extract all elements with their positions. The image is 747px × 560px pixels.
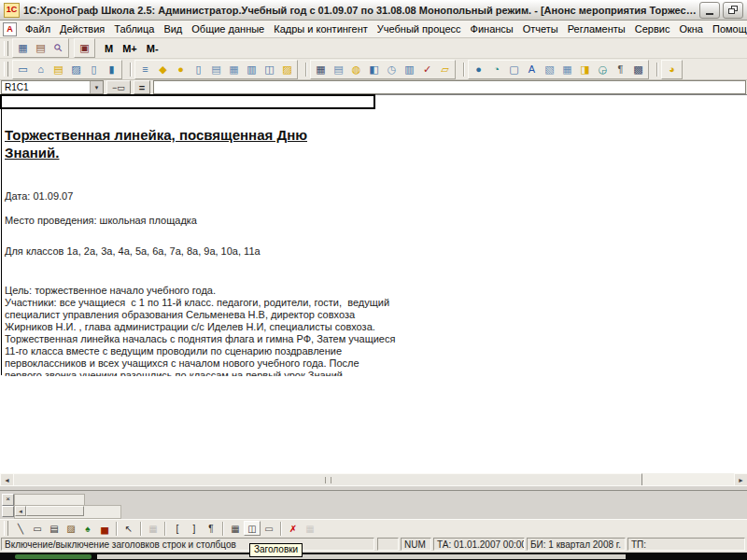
clipboard-icon[interactable]: ▤ <box>207 62 225 77</box>
freeze-icon[interactable]: ▦ <box>302 521 318 536</box>
close-icon: × <box>6 495 10 503</box>
memory-plus-button[interactable]: M+ <box>118 42 142 55</box>
close-pane-button[interactable]: × <box>2 494 14 506</box>
doc-check-icon[interactable]: ✓ <box>418 62 436 77</box>
object-tool-icon[interactable]: ♠ <box>79 521 96 536</box>
calendar-icon[interactable]: ▦ <box>225 62 243 77</box>
memory-minus-button[interactable]: M- <box>142 42 163 55</box>
menu-item[interactable]: Вид <box>159 21 187 36</box>
calculator-icon[interactable]: ▦ <box>14 40 32 56</box>
menu-item[interactable]: Кадры и контингент <box>269 21 373 36</box>
person-icon[interactable]: ● <box>172 62 190 77</box>
menu-item[interactable]: Окна <box>674 21 708 36</box>
menu-item[interactable]: Финансы <box>466 21 518 36</box>
home-icon[interactable]: ⌂ <box>32 62 49 77</box>
pin-button[interactable]: −▭ <box>106 80 131 94</box>
door-icon[interactable]: ▯ <box>85 62 103 77</box>
minimize-button[interactable] <box>699 2 720 19</box>
menu-item[interactable]: Помощь <box>708 21 747 36</box>
table-doc-icon[interactable]: ▦ <box>558 62 576 77</box>
folder-icon[interactable]: ▱ <box>436 62 454 77</box>
delete-section-icon[interactable]: ✗ <box>285 521 302 536</box>
toolbar-grip[interactable] <box>4 521 8 536</box>
documents-icon[interactable]: ▨ <box>67 62 85 77</box>
info-icon[interactable]: ◕ <box>663 62 681 77</box>
menu-item[interactable]: Сервис <box>630 21 675 36</box>
grid-toggle-icon[interactable]: ▦ <box>227 521 244 536</box>
calc-group: ▦▤⚲ <box>12 38 69 58</box>
sheets-icon[interactable]: ▤ <box>49 62 67 77</box>
view-mode-icon[interactable]: ▭ <box>261 521 277 536</box>
menu-item[interactable]: Учебный процесс <box>373 21 466 36</box>
graduate-icon[interactable]: ◆ <box>154 62 172 77</box>
text-doc-icon[interactable]: A <box>523 62 541 77</box>
help-book-icon[interactable]: ▣ <box>76 40 93 56</box>
monitor-icon[interactable]: ▢ <box>505 62 523 77</box>
pane-splitter[interactable] <box>0 485 747 491</box>
section-open-icon[interactable]: [ <box>169 521 186 536</box>
notes-icon[interactable]: ▨ <box>278 62 296 77</box>
menu-item[interactable]: Действия <box>55 21 109 36</box>
scroll-thumb[interactable] <box>26 506 84 516</box>
toolbar-main: ▭⌂▤▨▯▮ ≡◆●▯▤▦▥◫▨ ▦▤◍◧◷▥✓▱ ●◔▢A▧▦◨◶¶▩ ◕ <box>0 59 747 80</box>
toolbar-separator <box>222 522 224 536</box>
globe-icon[interactable]: ● <box>470 62 487 77</box>
safe-icon[interactable]: ▮ <box>103 62 120 77</box>
keyboard-icon[interactable]: ▦ <box>312 62 330 77</box>
select-tool-icon[interactable]: ↖ <box>120 521 137 536</box>
dark-table-icon[interactable]: ▩ <box>629 62 647 77</box>
person-card-icon[interactable]: ◍ <box>347 62 365 77</box>
toolbar-separator <box>305 63 307 77</box>
edit-doc-icon[interactable]: ¶ <box>612 62 629 77</box>
equals-button[interactable]: = <box>134 80 150 94</box>
open-book-icon[interactable]: ◫ <box>261 62 278 77</box>
menu-item[interactable]: Отчеты <box>518 21 563 36</box>
image-doc-icon[interactable]: ▧ <box>541 62 558 77</box>
cells-mode-icon[interactable]: ▦ <box>145 521 162 536</box>
palette-icon[interactable]: ◨ <box>576 62 594 77</box>
door-a-icon[interactable]: ▯ <box>190 62 207 77</box>
line-tool-icon[interactable]: ╲ <box>12 521 29 536</box>
pane-button[interactable] <box>2 506 14 517</box>
rectangle-tool-icon[interactable]: ▭ <box>29 521 46 536</box>
structure-icon[interactable]: ≡ <box>136 62 154 77</box>
spreadsheet-document[interactable]: Торжественная линейка, посвященная Дню З… <box>0 94 747 472</box>
formula-input[interactable] <box>153 80 746 94</box>
window-person-icon[interactable]: ◧ <box>365 62 383 77</box>
horizontal-scrollbar[interactable]: ◄ ► <box>0 472 747 486</box>
menu-item[interactable]: Таблица <box>109 21 159 36</box>
document-classes-line: Для классов 1а, 2а, 3а, 4а, 5а, 6а, 7а, … <box>5 245 261 258</box>
window-icon[interactable]: ▭ <box>14 62 32 77</box>
doc-clock-icon[interactable]: ◷ <box>383 62 401 77</box>
thumb-grip-icon <box>325 477 331 483</box>
toolbar-grip[interactable] <box>4 41 8 56</box>
message-pane-scrollbar[interactable]: ◄ <box>14 505 121 519</box>
text-tool-icon[interactable]: ▤ <box>46 521 63 536</box>
schedule-icon[interactable]: ▥ <box>243 62 261 77</box>
cell-reference-combo[interactable]: R1C1 ▼ <box>1 80 104 94</box>
picture-tool-icon[interactable]: ▨ <box>63 521 79 536</box>
sections-icon[interactable]: ¶ <box>203 521 219 536</box>
globe-clock-icon[interactable]: ◔ <box>487 62 505 77</box>
menu-item[interactable]: Общие данные <box>187 21 269 36</box>
columns-icon[interactable]: ▥ <box>401 62 418 77</box>
minimize-icon <box>706 13 713 15</box>
section-close-icon[interactable]: ] <box>186 521 203 536</box>
memory-button[interactable]: M <box>100 42 118 55</box>
menu-item[interactable]: Регламенты <box>563 21 630 36</box>
selected-cell[interactable] <box>0 94 375 109</box>
chart-tool-icon[interactable]: ▅ <box>96 521 113 536</box>
toolbar-group-5: ◕ <box>661 60 683 79</box>
menu-item[interactable]: Файл <box>21 21 55 36</box>
grid-icon[interactable]: ▤ <box>330 62 347 77</box>
toolbar-grip[interactable] <box>4 62 8 77</box>
headers-toggle-icon[interactable]: ◫ <box>244 521 261 536</box>
dropdown-arrow-icon[interactable]: ▼ <box>90 81 103 93</box>
toolbar-group-1: ▭⌂▤▨▯▮ <box>12 60 122 79</box>
view-toggles-group: ▦◫▭ <box>227 521 277 536</box>
clock-plus-icon[interactable]: ◶ <box>594 62 612 77</box>
scroll-left-icon[interactable]: ◄ <box>15 506 26 516</box>
restore-button[interactable] <box>723 2 743 19</box>
document-icon[interactable]: А <box>3 22 17 36</box>
search-icon[interactable]: ⚲ <box>47 36 70 60</box>
